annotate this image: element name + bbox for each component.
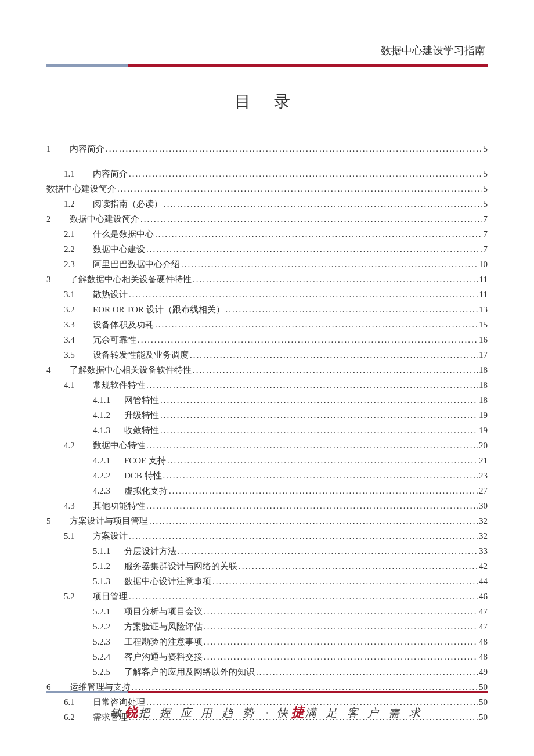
- toc-leader-dots: [193, 275, 478, 284]
- toc-entry-title: 设备体积及功耗: [93, 321, 154, 329]
- toc-entry: 3了解数据中心相关设备硬件特性11: [46, 275, 488, 284]
- toc-leader-dots: [226, 305, 478, 314]
- toc-entry: 5.2.2方案验证与风险评估47: [46, 622, 488, 631]
- toc-entry-title: 项目管理: [93, 592, 128, 601]
- toc-leader-dots: [155, 230, 482, 239]
- toc-entry-page: 13: [479, 305, 488, 314]
- toc-entry-number: 5.1.1: [93, 547, 124, 556]
- toc-leader-dots: [146, 502, 478, 510]
- toc-entry: 4.1常规软件特性18: [46, 381, 488, 390]
- toc-entry: 5.1.1分层设计方法33: [46, 547, 488, 556]
- toc-entry-page: 5: [484, 185, 488, 193]
- toc-entry: 1.2阅读指南（必读）5: [46, 200, 488, 208]
- toc-leader-dots: [129, 290, 478, 299]
- toc-entry-page: 30: [479, 502, 488, 510]
- toc-entry-number: 3.3: [64, 321, 93, 329]
- toc-entry-page: 49: [479, 668, 488, 676]
- toc-leader-dots: [193, 366, 478, 375]
- toc-entry-page: 7: [484, 230, 488, 239]
- toc-leader-dots: [155, 321, 478, 329]
- toc-entry: 4了解数据中心相关设备软件特性18: [46, 366, 488, 375]
- toc-entry-number: 5.1.2: [93, 562, 124, 571]
- toc-entry-title: FCOE 支持: [124, 456, 166, 465]
- toc-entry-number: 5.2.1: [93, 607, 124, 616]
- toc-leader-dots: [160, 426, 478, 435]
- toc-entry-title: 阅读指南（必读）: [93, 200, 163, 208]
- toc-entry: 5.2项目管理46: [46, 592, 488, 601]
- document-header-title: 数据中心建设学习指南: [46, 44, 488, 57]
- toc-entry-title: 方案设计与项目管理: [70, 517, 148, 525]
- toc-entry-page: 17: [479, 351, 488, 359]
- table-of-contents: 1内容简介51.1内容简介5数据中心建设简介51.2阅读指南（必读）52数据中心…: [46, 145, 488, 722]
- toc-entry: 3.4冗余可靠性16: [46, 336, 488, 344]
- toc-entry-number: 2.2: [64, 245, 93, 254]
- toc-entry-page: 42: [479, 562, 488, 571]
- toc-entry-page: 21: [479, 456, 488, 465]
- toc-entry-page: 15: [479, 321, 488, 329]
- toc-entry-page: 19: [479, 411, 488, 420]
- toc-entry-number: 3: [46, 275, 70, 284]
- toc-entry-title: EOR OR TOR 设计（跟布线相关）: [93, 305, 225, 314]
- toc-entry-title: 升级特性: [124, 411, 159, 420]
- page-footer: 敏锐把 握 应 用 趋 势 · 快捷满 足 客 户 需 求: [46, 691, 488, 721]
- toc-entry-page: 7: [484, 245, 488, 254]
- toc-leader-dots: [132, 683, 478, 692]
- toc-entry-number: 4.1.3: [93, 426, 124, 435]
- toc-entry: 4.1.2升级特性19: [46, 411, 488, 420]
- footer-slogan: 敏锐把 握 应 用 趋 势 · 快捷满 足 客 户 需 求: [46, 704, 488, 721]
- toc-entry-title: 服务器集群设计与网络的关联: [124, 562, 237, 571]
- toc-entry-page: 18: [479, 381, 488, 390]
- toc-entry-page: 11: [479, 290, 488, 299]
- toc-entry: 2数据中心建设简介7: [46, 215, 488, 224]
- toc-entry-title: 方案设计: [93, 532, 128, 541]
- toc-entry-title: 了解数据中心相关设备硬件特性: [70, 275, 192, 284]
- toc-entry-page: 5: [484, 200, 488, 208]
- toc-entry-number: 2: [46, 215, 70, 224]
- toc-entry: 4.1.1网管特性18: [46, 396, 488, 405]
- toc-entry-page: 44: [479, 577, 488, 586]
- toc-entry-title: 工程勘验的注意事项: [124, 638, 203, 646]
- toc-entry-number: 5.2.5: [93, 668, 124, 676]
- toc-entry-title: 数据中心建设简介: [70, 215, 139, 224]
- toc-entry-title: 什么是数据中心: [93, 230, 154, 239]
- toc-leader-dots: [167, 456, 478, 465]
- toc-entry-page: 33: [479, 547, 488, 556]
- toc-entry-number: 4.2.2: [93, 471, 124, 480]
- toc-entry-title: 数据中心特性: [93, 441, 145, 450]
- toc-entry: 3.3设备体积及功耗15: [46, 321, 488, 329]
- toc-leader-dots: [129, 532, 478, 541]
- toc-entry-number: 4.1.2: [93, 411, 124, 420]
- toc-entry-number: 5.1.3: [93, 577, 124, 586]
- toc-entry-title: DCB 特性: [124, 471, 162, 480]
- toc-entry: 5.2.1项目分析与项目会议47: [46, 607, 488, 616]
- toc-leader-dots: [204, 607, 478, 616]
- toc-entry-page: 5: [484, 170, 488, 178]
- toc-entry: 3.5设备转发性能及业务调度17: [46, 351, 488, 359]
- toc-leader-dots: [160, 411, 478, 420]
- toc-entry-title: 方案验证与风险评估: [124, 622, 203, 631]
- toc-entry-title: 常规软件特性: [93, 381, 145, 390]
- toc-entry-number: 1: [46, 145, 70, 153]
- toc-entry-title: 运维管理与支持: [70, 683, 131, 692]
- toc-entry-page: 50: [479, 683, 488, 692]
- toc-leader-dots: [129, 170, 482, 178]
- toc-entry-title: 阿里巴巴数据中心介绍: [93, 260, 180, 269]
- toc-entry-number: 5.2.2: [93, 622, 124, 631]
- toc-entry-page: 18: [479, 366, 488, 375]
- toc-entry: 2.3阿里巴巴数据中心介绍10: [46, 260, 488, 269]
- toc-entry-number: 4: [46, 366, 70, 375]
- toc-entry-number: 4.3: [64, 502, 93, 510]
- toc-entry-title: 冗余可靠性: [93, 336, 136, 344]
- toc-entry: 4.2.2DCB 特性23: [46, 471, 488, 480]
- toc-entry-number: 6: [46, 683, 70, 692]
- toc-entry: 4.2.3虚拟化支持27: [46, 487, 488, 495]
- toc-entry-number: 5.2.4: [93, 653, 124, 661]
- toc-entry-title: 其他功能特性: [93, 502, 145, 510]
- toc-entry-number: 5.2.3: [93, 638, 124, 646]
- toc-entry-number: 3.4: [64, 336, 93, 344]
- toc-entry: 1.1内容简介5: [46, 170, 488, 178]
- toc-entry-number: 4.1.1: [93, 396, 124, 405]
- toc-entry-number: 4.1: [64, 381, 93, 390]
- toc-entry-page: 32: [479, 517, 488, 525]
- toc-leader-dots: [164, 200, 482, 208]
